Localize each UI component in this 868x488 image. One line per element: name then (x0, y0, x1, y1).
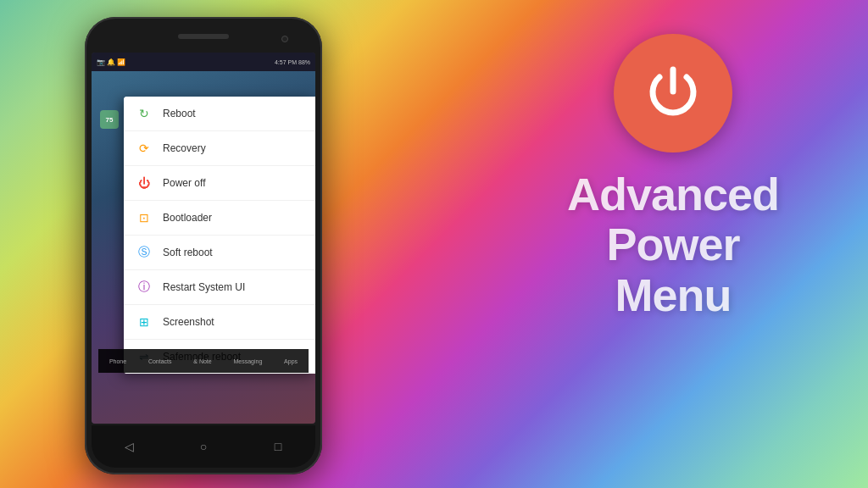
power-svg-icon (639, 59, 707, 127)
taskbar-contacts[interactable]: Contacts (148, 358, 172, 364)
menu-item-power-off[interactable]: ⏻ Power off (124, 166, 315, 201)
taskbar-apps[interactable]: Apps (284, 358, 298, 364)
status-bar: 📷 🔔 📶 4:57 PM 88% (92, 53, 315, 71)
reboot-icon: ↻ (136, 105, 153, 122)
recent-button[interactable]: □ (268, 436, 288, 457)
menu-item-recovery[interactable]: ⟳ Recovery (124, 131, 315, 166)
restart-ui-icon: ⓘ (136, 279, 153, 296)
status-left: 📷 🔔 📶 (97, 58, 125, 66)
recovery-icon: ⟳ (136, 140, 153, 157)
right-panel: Advanced Power Menu (512, 34, 834, 320)
soft-reboot-icon: Ⓢ (136, 244, 153, 261)
status-time: 4:57 PM 88% (275, 59, 310, 65)
restart-ui-label: Restart System UI (163, 281, 245, 293)
status-icons: 📷 🔔 📶 (97, 58, 125, 66)
phone-screen: 📷 🔔 📶 4:57 PM 88% 75 ↻ Reboot (92, 53, 315, 424)
menu-item-restart-ui[interactable]: ⓘ Restart System UI (124, 270, 315, 305)
power-menu: ↻ Reboot ⟳ Recovery ⏻ Power off ⊡ Bootlo… (124, 97, 315, 374)
recovery-label: Recovery (163, 142, 206, 154)
title-line-3: Menu (567, 270, 779, 320)
soft-reboot-label: Soft reboot (163, 247, 213, 258)
status-right: 4:57 PM 88% (275, 59, 310, 65)
taskbar-phone[interactable]: Phone (109, 358, 126, 364)
screenshot-label: Screenshot (163, 316, 214, 328)
taskbar: Phone Contacts & Note Messaging Apps (98, 349, 309, 373)
bootloader-icon: ⊡ (136, 209, 153, 226)
menu-item-screenshot[interactable]: ⊞ Screenshot (124, 305, 315, 340)
menu-item-bootloader[interactable]: ⊡ Bootloader (124, 201, 315, 236)
home-button[interactable]: ○ (193, 436, 214, 457)
menu-item-reboot[interactable]: ↻ Reboot (124, 97, 315, 131)
phone-shell: 📷 🔔 📶 4:57 PM 88% 75 ↻ Reboot (85, 17, 322, 474)
phone-speaker (178, 34, 229, 39)
bootloader-label: Bootloader (163, 212, 212, 224)
menu-item-soft-reboot[interactable]: Ⓢ Soft reboot (124, 236, 315, 270)
reboot-label: Reboot (163, 108, 196, 119)
title-line-2: Power (567, 219, 779, 269)
power-off-label: Power off (163, 177, 205, 189)
power-icon-circle (614, 34, 732, 152)
power-off-icon: ⏻ (136, 175, 153, 191)
app-title: Advanced Power Menu (567, 169, 779, 320)
taskbar-messaging[interactable]: Messaging (233, 358, 262, 364)
phone-camera (281, 36, 288, 42)
back-button[interactable]: ◁ (119, 436, 139, 457)
phone-nav-bar: ◁ ○ □ (92, 425, 315, 468)
phone-mockup: 📷 🔔 📶 4:57 PM 88% 75 ↻ Reboot (85, 17, 322, 474)
taskbar-note[interactable]: & Note (193, 358, 211, 364)
badge-number: 75 (106, 116, 114, 124)
title-line-1: Advanced (567, 169, 779, 219)
screenshot-icon: ⊞ (136, 313, 153, 330)
phone-badge: 75 (100, 110, 119, 129)
